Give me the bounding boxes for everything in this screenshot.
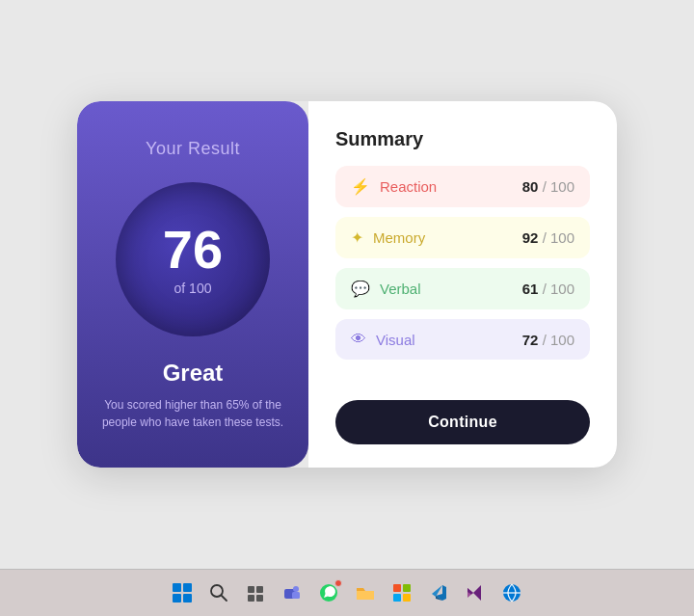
svg-rect-10: [393, 584, 401, 592]
search-icon[interactable]: [203, 577, 234, 608]
verbal-score-total: / 100: [543, 281, 574, 297]
verbal-label: Verbal: [380, 281, 421, 297]
right-panel: Summary ⚡ Reaction 80 / 100 ✦: [308, 101, 617, 468]
item-left-reaction: ⚡ Reaction: [351, 177, 437, 196]
svg-line-1: [222, 596, 227, 601]
whatsapp-notification: [334, 579, 342, 587]
memory-icon: ✦: [351, 228, 363, 247]
reaction-icon: ⚡: [351, 177, 370, 196]
teams-icon[interactable]: [277, 577, 307, 608]
desktop: Your Result 76 of 100 Great You scored h…: [0, 0, 694, 569]
score-number: 76: [163, 223, 223, 277]
taskbar: [0, 569, 694, 616]
svg-rect-8: [292, 592, 300, 599]
store-icon[interactable]: [387, 577, 417, 608]
svg-rect-12: [393, 594, 401, 602]
reaction-score-total: / 100: [543, 178, 574, 195]
vscode-icon[interactable]: [423, 577, 454, 608]
continue-button[interactable]: Continue: [335, 400, 590, 444]
summary-item-verbal: 💬 Verbal 61 / 100: [335, 268, 590, 309]
svg-point-0: [211, 585, 223, 597]
memory-score-total: / 100: [543, 229, 574, 246]
verbal-score: 61 / 100: [522, 281, 574, 297]
item-left-memory: ✦ Memory: [351, 228, 425, 247]
whatsapp-icon[interactable]: [313, 577, 344, 608]
visual-score-value: 72: [522, 332, 539, 348]
file-explorer-icon[interactable]: [350, 577, 381, 608]
memory-label: Memory: [373, 229, 425, 246]
summary-title: Summary: [335, 128, 590, 150]
visual-label: Visual: [376, 332, 415, 348]
browser-icon[interactable]: [496, 577, 527, 608]
svg-rect-3: [256, 586, 263, 593]
svg-rect-2: [248, 586, 254, 593]
summary-item-visual: 👁 Visual 72 / 100: [335, 319, 590, 360]
reaction-label: Reaction: [380, 178, 437, 195]
score-circle: 76 of 100: [116, 182, 270, 336]
item-left-visual: 👁 Visual: [351, 331, 415, 348]
result-title: Your Result: [146, 139, 240, 159]
summary-item-reaction: ⚡ Reaction 80 / 100: [335, 166, 590, 207]
svg-point-7: [293, 586, 299, 592]
grade-label: Great: [163, 360, 224, 387]
card-container: Your Result 76 of 100 Great You scored h…: [77, 101, 617, 468]
reaction-score: 80 / 100: [522, 178, 574, 195]
verbal-score-value: 61: [522, 281, 539, 297]
summary-item-memory: ✦ Memory 92 / 100: [335, 217, 590, 258]
svg-rect-4: [248, 595, 254, 602]
left-panel: Your Result 76 of 100 Great You scored h…: [77, 101, 308, 468]
result-description: You scored higher than 65% of the people…: [96, 396, 289, 431]
memory-score-value: 92: [522, 229, 539, 246]
svg-rect-5: [256, 595, 263, 602]
visual-score-total: / 100: [543, 332, 574, 348]
visual-icon: 👁: [351, 331, 366, 348]
memory-score: 92 / 100: [522, 229, 574, 246]
windows-icon[interactable]: [167, 577, 198, 608]
reaction-score-value: 80: [522, 178, 539, 195]
svg-rect-13: [403, 594, 411, 602]
visual-studio-icon[interactable]: [460, 577, 491, 608]
item-left-verbal: 💬 Verbal: [351, 280, 421, 298]
summary-items: ⚡ Reaction 80 / 100 ✦ Memory 92: [335, 166, 590, 385]
taskview-icon[interactable]: [240, 577, 271, 608]
score-of: of 100: [174, 281, 212, 296]
svg-rect-11: [403, 584, 411, 592]
visual-score: 72 / 100: [522, 332, 574, 348]
verbal-icon: 💬: [351, 280, 370, 298]
